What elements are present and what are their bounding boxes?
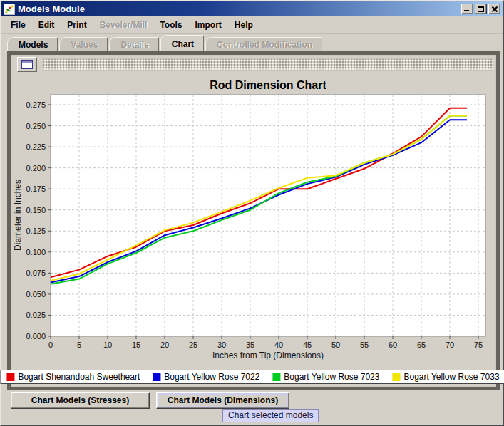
- window-title: Models Module: [18, 4, 461, 14]
- x-tick-label: 40: [274, 341, 283, 349]
- chart-legend: Bogart Shenandoah SweetheartBogart Yello…: [0, 370, 504, 384]
- legend-swatch: [153, 373, 160, 381]
- tab-values: Values: [59, 37, 108, 51]
- x-tick-label: 20: [160, 341, 169, 349]
- x-tick-label: 5: [77, 341, 81, 349]
- y-tick-label: 0.125: [26, 227, 46, 235]
- menu-bar: FileEditPrintBeveler/MillToolsImportHelp: [1, 16, 503, 34]
- x-tick-label: 70: [446, 341, 454, 349]
- menu-beveler-mill: Beveler/Mill: [93, 17, 154, 33]
- x-tick-label: 25: [189, 341, 197, 349]
- app-icon: [4, 4, 15, 15]
- legend-swatch: [392, 373, 400, 381]
- legend-swatch: [6, 373, 14, 381]
- menu-help[interactable]: Help: [228, 17, 259, 33]
- chart-models-dimensions-button[interactable]: Chart Models (Dimensions): [156, 392, 289, 409]
- legend-label: Bogart Yellow Rose 7033: [403, 372, 499, 382]
- tab-details: Details: [109, 37, 158, 51]
- y-tick-label: 0.150: [26, 206, 46, 214]
- legend-swatch: [272, 373, 280, 381]
- y-tick-label: 0.275: [26, 100, 46, 109]
- toolbar-frame-button[interactable]: [17, 57, 37, 72]
- y-tick-label: 0.050: [26, 290, 46, 298]
- menu-file[interactable]: File: [4, 17, 32, 33]
- chart-models-stresses-button[interactable]: Chart Models (Stresses): [11, 392, 150, 409]
- legend-label: Bogart Yellow Rose 7022: [164, 372, 259, 382]
- y-tick-label: 0.225: [26, 142, 46, 151]
- title-bar: Models Module: [1, 1, 503, 16]
- close-button[interactable]: [488, 4, 500, 14]
- legend-item: Bogart Yellow Rose 7022: [153, 372, 259, 382]
- menu-import[interactable]: Import: [189, 17, 228, 33]
- y-tick-label: 0.025: [26, 311, 46, 319]
- menu-print[interactable]: Print: [61, 17, 93, 33]
- tab-controlled-modification: Controlled Modification: [205, 37, 322, 51]
- y-tick-label: 0.175: [26, 185, 46, 193]
- legend-item: Bogart Yellow Rose 7033: [392, 372, 499, 382]
- maximize-icon: [478, 6, 484, 12]
- minimize-button[interactable]: [461, 4, 473, 14]
- legend-item: Bogart Shenandoah Sweetheart: [6, 372, 140, 382]
- legend-label: Bogart Shenandoah Sweetheart: [18, 372, 140, 382]
- rod-dimension-chart: Rod Dimension Chart Inches from Tip (Dim…: [11, 73, 493, 368]
- x-tick-label: 30: [217, 341, 226, 349]
- chart-selected-models-tooltip: Chart selected models: [222, 409, 319, 422]
- y-tick-label: 0.250: [26, 122, 46, 130]
- menu-edit[interactable]: Edit: [32, 17, 61, 33]
- x-tick-label: 15: [132, 341, 140, 349]
- y-tick-label: 0.200: [26, 164, 46, 172]
- frame-window-icon: [21, 60, 33, 69]
- x-tick-label: 10: [103, 341, 112, 349]
- x-tick-label: 60: [389, 341, 397, 349]
- toolbar-drag-texture: [43, 58, 493, 71]
- x-tick-label: 55: [360, 341, 369, 349]
- tab-chart[interactable]: Chart: [160, 35, 204, 51]
- close-icon: [491, 6, 498, 13]
- y-tick-label: 0.075: [26, 269, 46, 277]
- plot-area: [51, 95, 485, 336]
- x-tick-label: 75: [474, 341, 483, 349]
- y-tick-label: 0.000: [26, 332, 46, 341]
- minimize-icon: [464, 10, 469, 11]
- x-tick-label: 35: [246, 341, 254, 349]
- models-module-window: Models Module FileEditPrintBeveler/MillT…: [0, 0, 504, 426]
- legend-item: Bogart Yellow Rose 7023: [272, 372, 379, 382]
- x-tick-label: 45: [303, 341, 312, 349]
- y-tick-label: 0.100: [26, 248, 46, 256]
- chart-title: Rod Dimension Chart: [210, 79, 326, 91]
- menu-tools[interactable]: Tools: [153, 17, 188, 33]
- x-axis-label: Inches from Tip (Dimensions): [212, 350, 324, 360]
- tab-bar: ModelsValuesDetailsChartControlled Modif…: [7, 35, 324, 51]
- maximize-button[interactable]: [475, 4, 487, 14]
- tab-models[interactable]: Models: [7, 37, 58, 51]
- x-tick-label: 65: [417, 341, 426, 349]
- y-axis-label: Diameter in Inches: [13, 180, 23, 251]
- legend-label: Bogart Yellow Rose 7023: [284, 372, 379, 382]
- x-tick-label: 0: [48, 341, 53, 349]
- x-tick-label: 50: [331, 341, 340, 349]
